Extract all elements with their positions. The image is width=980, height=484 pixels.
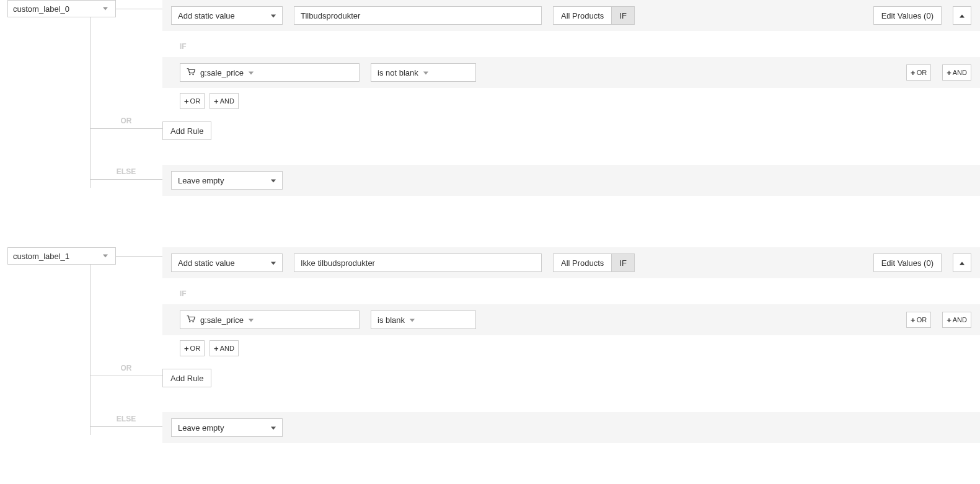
add-rule-button[interactable]: Add Rule [162, 369, 211, 387]
plus-icon: + [911, 69, 916, 77]
action-type-label: Add static value [178, 11, 235, 20]
rule-block: custom_label_0 OR ELSE Add static value … [0, 0, 980, 204]
svg-point-0 [189, 73, 190, 74]
add-rule-button[interactable]: Add Rule [162, 121, 211, 140]
else-action-label: Leave empty [178, 176, 224, 185]
connector-line [90, 17, 90, 188]
cart-icon [187, 68, 195, 77]
branch-else: ELSE [90, 167, 162, 176]
chevron-down-icon [271, 11, 276, 20]
condition-operator-dropdown[interactable]: is not blank [371, 63, 476, 82]
group-add-and-button[interactable]: +AND [210, 93, 239, 109]
svg-point-1 [192, 73, 193, 74]
group-add-or-button[interactable]: +OR [180, 93, 205, 109]
chevron-down-icon [271, 258, 276, 268]
condition-field-dropdown[interactable]: g:sale_price [180, 63, 360, 82]
condition-field-label: g:sale_price [200, 315, 244, 325]
action-row: Add static value Tilbudsprodukter All Pr… [162, 0, 980, 31]
plus-icon: + [911, 316, 916, 324]
chevron-down-icon [100, 251, 110, 261]
plus-icon: + [184, 345, 189, 353]
scope-toggle: All Products IF [553, 6, 635, 25]
condition-operator-label: is blank [377, 315, 405, 325]
plus-icon: + [214, 345, 219, 353]
chevron-down-icon [249, 68, 254, 77]
svg-point-3 [192, 320, 193, 322]
group-add-and-button[interactable]: +AND [210, 340, 239, 356]
if-section-label: IF [162, 278, 980, 304]
condition-operator-label: is not blank [377, 68, 418, 77]
connector-line [116, 256, 162, 257]
output-field-dropdown[interactable]: custom_label_1 [7, 247, 116, 265]
plus-icon: + [947, 69, 951, 77]
else-action-label: Leave empty [178, 423, 224, 433]
connector-line [90, 265, 90, 435]
add-rule-row: Add Rule [162, 121, 980, 140]
rule-panel: Add static value Ikke tilbudsprodukter A… [162, 247, 980, 443]
branch-else-label: ELSE [115, 415, 137, 423]
branch-or-label: OR [120, 117, 133, 125]
group-add-or-button[interactable]: +OR [180, 340, 205, 356]
output-field-dropdown[interactable]: custom_label_0 [7, 0, 116, 17]
scope-if[interactable]: IF [612, 253, 635, 272]
chevron-down-icon [100, 4, 110, 14]
inline-add-and-button[interactable]: +AND [942, 312, 971, 328]
rule-block: custom_label_1 OR ELSE Add static value … [0, 247, 980, 451]
else-action-dropdown[interactable]: Leave empty [171, 171, 283, 190]
inline-add-or-button[interactable]: +OR [906, 64, 931, 81]
scope-all-products[interactable]: All Products [553, 6, 612, 25]
condition-group-buttons: +OR +AND [162, 88, 980, 109]
edit-values-button[interactable]: Edit Values (0) [873, 6, 942, 25]
condition-field-label: g:sale_price [200, 68, 244, 77]
chevron-down-icon [423, 68, 428, 77]
condition-group-buttons: +OR +AND [162, 335, 980, 356]
condition-row: g:sale_price is not blank +OR +AND [162, 57, 980, 88]
else-row: Leave empty [162, 165, 980, 196]
branch-or: OR [90, 363, 162, 372]
branch-else: ELSE [90, 414, 162, 423]
condition-row: g:sale_price is blank +OR +AND [162, 304, 980, 335]
else-action-dropdown[interactable]: Leave empty [171, 418, 283, 437]
connector-line [90, 376, 162, 376]
chevron-down-icon [271, 423, 276, 433]
plus-icon: + [184, 97, 189, 105]
static-value-input[interactable]: Ikke tilbudsprodukter [294, 253, 542, 272]
connector-line [116, 9, 162, 9]
inline-add-or-button[interactable]: +OR [906, 312, 931, 328]
static-value-input[interactable]: Tilbudsprodukter [294, 6, 542, 25]
chevron-up-icon [960, 258, 965, 268]
output-field-label: custom_label_0 [13, 4, 69, 14]
chevron-down-icon [249, 315, 254, 325]
scope-toggle: All Products IF [553, 253, 635, 272]
condition-field-dropdown[interactable]: g:sale_price [180, 310, 360, 329]
branch-or: OR [90, 116, 162, 125]
action-type-label: Add static value [178, 258, 235, 268]
inline-add-and-button[interactable]: +AND [942, 64, 971, 81]
chevron-down-icon [271, 176, 276, 185]
branch-else-label: ELSE [115, 167, 137, 176]
collapse-button[interactable] [953, 253, 971, 272]
else-row: Leave empty [162, 412, 980, 443]
chevron-up-icon [960, 11, 965, 20]
connector-line [90, 179, 162, 180]
static-value-text: Tilbudsprodukter [301, 11, 360, 20]
action-type-dropdown[interactable]: Add static value [171, 253, 283, 272]
branch-or-label: OR [120, 364, 133, 372]
collapse-button[interactable] [953, 6, 971, 25]
scope-if[interactable]: IF [612, 6, 635, 25]
condition-operator-dropdown[interactable]: is blank [371, 310, 476, 329]
plus-icon: + [214, 97, 219, 105]
output-field-label: custom_label_1 [13, 252, 69, 261]
svg-point-2 [189, 320, 190, 322]
plus-icon: + [947, 316, 951, 324]
action-row: Add static value Ikke tilbudsprodukter A… [162, 247, 980, 278]
action-type-dropdown[interactable]: Add static value [171, 6, 283, 25]
static-value-text: Ikke tilbudsprodukter [301, 258, 375, 268]
rule-panel: Add static value Tilbudsprodukter All Pr… [162, 0, 980, 196]
add-rule-row: Add Rule [162, 369, 980, 387]
cart-icon [187, 315, 195, 325]
scope-all-products[interactable]: All Products [553, 253, 612, 272]
edit-values-button[interactable]: Edit Values (0) [873, 253, 942, 272]
connector-line [90, 128, 162, 129]
chevron-down-icon [410, 315, 415, 325]
